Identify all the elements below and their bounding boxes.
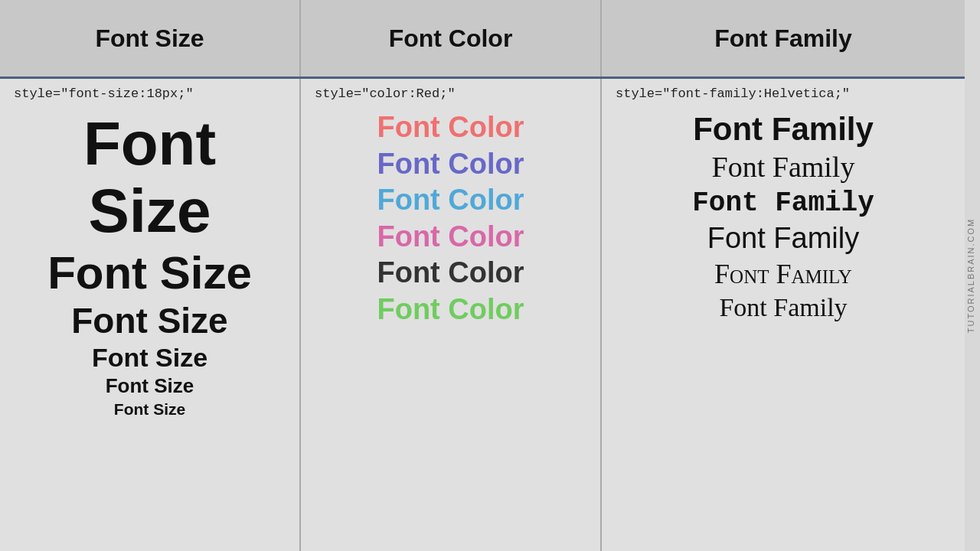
font-size-item-5: Font Size <box>14 375 286 397</box>
main-table: Font Size Font Color Font Family style="… <box>0 0 965 551</box>
col-font-color-body: style="color:Red;" Font Color Font Color… <box>301 79 602 551</box>
font-color-item-1: Font Color <box>315 110 586 145</box>
font-family-item-3: Font Family <box>616 187 951 220</box>
font-color-code: style="color:Red;" <box>315 86 586 101</box>
font-size-item-2: Font Size <box>14 248 286 298</box>
font-color-item-3: Font Color <box>315 183 586 218</box>
font-family-item-5: Font Family <box>616 258 951 291</box>
header-font-family: Font Family <box>602 0 965 77</box>
font-family-item-1: Font Family <box>616 110 951 148</box>
body-row: style="font-size:18px;" Font Size Font S… <box>0 79 965 551</box>
font-size-item-4: Font Size <box>14 344 286 372</box>
col-font-family-body: style="font-family:Helvetica;" Font Fami… <box>602 79 965 551</box>
font-size-item-3: Font Size <box>14 302 286 341</box>
font-family-item-4: Font Family <box>616 221 951 256</box>
header-font-color: Font Color <box>301 0 602 77</box>
font-color-item-4: Font Color <box>315 220 586 255</box>
watermark: TUTORIALBRAIN.COM <box>966 218 975 334</box>
header-font-size: Font Size <box>0 0 301 77</box>
font-size-code: style="font-size:18px;" <box>14 86 286 101</box>
font-color-item-6: Font Color <box>315 292 586 328</box>
font-family-code: style="font-family:Helvetica;" <box>616 86 951 101</box>
font-size-item-6: Font Size <box>14 400 286 418</box>
header-row: Font Size Font Color Font Family <box>0 0 965 79</box>
font-size-item-1: Font Size <box>14 110 286 245</box>
font-color-item-5: Font Color <box>315 256 586 291</box>
font-family-item-6: Font Family <box>616 292 951 324</box>
font-family-item-2: Font Family <box>616 150 951 185</box>
col-font-size-body: style="font-size:18px;" Font Size Font S… <box>0 79 301 551</box>
font-color-item-2: Font Color <box>315 147 586 182</box>
